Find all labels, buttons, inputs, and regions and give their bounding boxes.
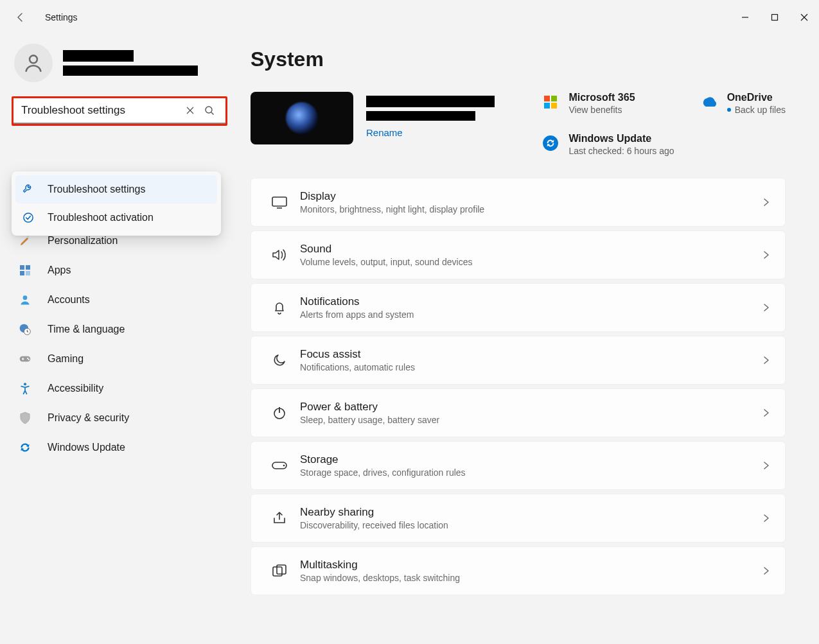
clear-search-button[interactable] <box>181 101 200 120</box>
card-storage[interactable]: StorageStorage space, drives, configurat… <box>251 441 786 490</box>
card-nearby-sharing[interactable]: Nearby sharingDiscoverability, received … <box>251 494 786 543</box>
card-sound[interactable]: SoundVolume levels, output, input, sound… <box>251 231 786 279</box>
svg-rect-26 <box>551 103 557 109</box>
user-profile[interactable] <box>12 44 230 96</box>
svg-rect-34 <box>273 567 282 576</box>
svg-point-4 <box>30 55 37 63</box>
sync-icon <box>18 440 32 455</box>
chevron-right-icon <box>762 250 771 259</box>
svg-rect-25 <box>544 103 550 109</box>
chevron-right-icon <box>762 461 771 470</box>
chevron-right-icon <box>762 198 771 207</box>
svg-point-21 <box>28 359 30 360</box>
chevron-right-icon <box>762 514 771 523</box>
settings-cards: DisplayMonitors, brightness, night light… <box>251 178 786 595</box>
tile-title: OneDrive <box>727 92 786 103</box>
card-body: SoundVolume levels, output, input, sound… <box>300 243 762 267</box>
search-input[interactable] <box>21 104 181 117</box>
card-focus-assist[interactable]: Focus assistNotifications, automatic rul… <box>251 336 786 385</box>
nav-list: Network & internet Personalization Apps … <box>12 196 230 462</box>
card-multitasking[interactable]: MultitaskingSnap windows, desktops, task… <box>251 546 786 595</box>
drive-icon <box>265 460 294 471</box>
moon-icon <box>265 352 294 368</box>
card-body: Nearby sharingDiscoverability, received … <box>300 506 762 530</box>
nav-privacy[interactable]: Privacy & security <box>12 403 230 433</box>
nav-label: Accessibility <box>48 383 103 394</box>
nav-time-language[interactable]: Time & language <box>12 315 230 344</box>
maximize-button[interactable] <box>760 7 789 28</box>
sidebar: Troubleshoot settings Troubleshoot activ… <box>0 35 238 644</box>
card-body: DisplayMonitors, brightness, night light… <box>300 190 762 214</box>
window-controls <box>730 7 819 28</box>
nav-label: Windows Update <box>48 442 125 453</box>
card-sub: Snap windows, desktops, task switching <box>300 573 762 583</box>
shield-icon <box>18 411 32 425</box>
onedrive-icon <box>700 93 718 111</box>
search-box-highlight <box>12 96 227 126</box>
nav-accounts[interactable]: Accounts <box>12 285 230 315</box>
card-sub: Discoverability, received files location <box>300 520 762 530</box>
card-sub: Storage space, drives, configuration rul… <box>300 467 762 478</box>
suggestion-troubleshoot-settings[interactable]: Troubleshoot settings <box>15 175 217 204</box>
sound-icon <box>265 248 294 262</box>
svg-rect-23 <box>544 96 550 101</box>
nav-label: Gaming <box>48 353 84 365</box>
suggestion-troubleshoot-activation[interactable]: Troubleshoot activation <box>15 204 217 232</box>
device-info: Rename <box>366 92 495 138</box>
rename-link[interactable]: Rename <box>366 127 495 138</box>
hero-tiles: Microsoft 365 View benefits Windows Upda… <box>542 92 786 156</box>
svg-rect-13 <box>26 265 30 270</box>
svg-rect-15 <box>26 271 30 275</box>
svg-rect-12 <box>20 265 24 270</box>
card-body: NotificationsAlerts from apps and system <box>300 295 762 320</box>
apps-icon <box>18 263 32 277</box>
card-display[interactable]: DisplayMonitors, brightness, night light… <box>251 178 786 227</box>
svg-point-9 <box>24 213 33 222</box>
suggestion-label: Troubleshoot activation <box>48 212 154 223</box>
gamepad-icon <box>18 352 32 366</box>
card-title: Nearby sharing <box>300 506 762 519</box>
svg-point-20 <box>27 358 28 359</box>
avatar <box>14 44 53 82</box>
nav-windows-update[interactable]: Windows Update <box>12 433 230 462</box>
sync-icon <box>542 134 559 152</box>
display-icon <box>265 195 294 209</box>
title-bar: Settings <box>0 0 819 35</box>
tile-windows-update[interactable]: Windows Update Last checked: 6 hours ago <box>542 133 674 156</box>
multitask-icon <box>265 564 294 578</box>
svg-rect-24 <box>551 96 557 101</box>
card-notifications[interactable]: NotificationsAlerts from apps and system <box>251 283 786 332</box>
tile-microsoft-365[interactable]: Microsoft 365 View benefits <box>542 92 674 115</box>
page-heading: System <box>251 48 786 71</box>
tile-sub: Last checked: 6 hours ago <box>568 146 674 156</box>
back-button[interactable] <box>12 8 30 26</box>
card-body: MultitaskingSnap windows, desktops, task… <box>300 559 762 583</box>
card-power-battery[interactable]: Power & batterySleep, battery usage, bat… <box>251 388 786 437</box>
tile-onedrive[interactable]: OneDrive Back up files <box>700 92 786 115</box>
search-icon[interactable] <box>200 101 219 120</box>
svg-rect-1 <box>772 15 778 21</box>
microsoft-365-icon <box>542 93 559 111</box>
nav-gaming[interactable]: Gaming <box>12 344 230 374</box>
redacted-username <box>63 50 134 62</box>
close-button[interactable] <box>789 7 819 28</box>
chevron-right-icon <box>762 408 771 417</box>
search-suggestions: Troubleshoot settings Troubleshoot activ… <box>12 171 221 236</box>
redacted-email <box>63 65 198 76</box>
svg-point-33 <box>283 465 285 467</box>
app-title: Settings <box>45 12 78 22</box>
search-box[interactable] <box>13 98 225 124</box>
power-icon <box>265 405 294 421</box>
card-title: Power & battery <box>300 401 762 413</box>
minimize-button[interactable] <box>730 7 760 28</box>
svg-line-8 <box>211 112 214 115</box>
tile-sub: Back up files <box>727 105 786 115</box>
card-sub: Volume levels, output, input, sound devi… <box>300 257 762 267</box>
globe-clock-icon <box>18 322 32 336</box>
share-icon <box>265 510 294 526</box>
svg-point-16 <box>23 295 28 300</box>
chevron-right-icon <box>762 303 771 312</box>
nav-apps[interactable]: Apps <box>12 256 230 285</box>
nav-accessibility[interactable]: Accessibility <box>12 374 230 403</box>
nav-label: Personalization <box>48 235 118 247</box>
